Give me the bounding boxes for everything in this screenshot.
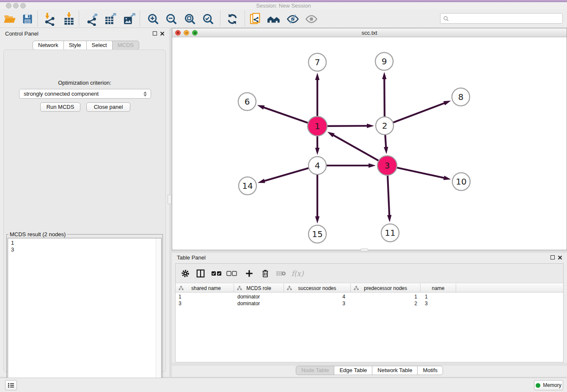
column-flow-icon: [237, 286, 242, 290]
zoom-fit-button[interactable]: [182, 11, 198, 27]
toolbar-separator: [79, 11, 79, 26]
graph-edge-arrowhead: [367, 124, 374, 128]
show-columns-button[interactable]: [194, 267, 207, 280]
graph: 7968124314101511: [172, 38, 567, 250]
graph-edge-arrowhead: [443, 176, 451, 180]
column-header-predecessor-nodes[interactable]: predecessor nodes: [351, 284, 421, 293]
tab-edge-table[interactable]: Edge Table: [334, 366, 372, 375]
import-table-button[interactable]: [61, 11, 77, 27]
mcds-result-textarea[interactable]: 1 3: [8, 238, 162, 389]
optimization-criterion-label: Optimization criterion:: [4, 80, 165, 86]
close-panel-icon[interactable]: [160, 31, 165, 36]
export-network-icon: [85, 12, 99, 26]
cell-mcds-role: dominator: [234, 293, 284, 300]
export-table-button[interactable]: [103, 11, 118, 27]
tab-motifs[interactable]: Motifs: [417, 366, 443, 375]
cell-shared-name: 3: [176, 300, 234, 307]
toolbar-separator: [37, 11, 38, 26]
memory-status-dot: [536, 383, 540, 388]
control-panel-tabs: Network Style Select MCDS: [33, 41, 139, 50]
home-view-button[interactable]: [267, 11, 282, 27]
graph-edge[interactable]: [385, 103, 445, 126]
open-session-button[interactable]: [2, 11, 17, 27]
show-graphics-button[interactable]: [304, 11, 319, 27]
tab-node-table[interactable]: Node Table: [296, 366, 335, 375]
tab-select[interactable]: Select: [86, 41, 113, 50]
delete-column-button[interactable]: [259, 267, 272, 280]
column-label: shared name: [191, 285, 221, 291]
network-view-window: scc.txt 7968124314101511: [172, 28, 567, 250]
float-panel-icon[interactable]: [153, 31, 157, 36]
homes-icon: [267, 13, 281, 25]
search-input[interactable]: [449, 14, 562, 23]
result-line: 3: [8, 246, 161, 253]
titlebar: Session: New Session: [0, 2, 567, 9]
cell-shared-name: 1: [176, 293, 234, 300]
import-network-button[interactable]: [42, 11, 57, 27]
tab-network[interactable]: Network: [33, 41, 64, 50]
unchecked-boxes-icon: [226, 271, 237, 276]
checked-boxes-icon: [211, 271, 222, 276]
network-file-icon: [249, 12, 262, 26]
save-icon: [22, 13, 33, 25]
result-scrollbar[interactable]: [156, 238, 161, 388]
select-all-button[interactable]: [210, 267, 223, 280]
tab-network-table[interactable]: Network Table: [372, 366, 418, 375]
export-network-button[interactable]: [85, 11, 100, 27]
refresh-button[interactable]: [225, 11, 240, 27]
network-window-titlebar[interactable]: scc.txt: [172, 28, 567, 37]
criterion-dropdown[interactable]: strongly connected component: [19, 89, 151, 99]
close-panel-button[interactable]: Close panel: [86, 102, 130, 112]
zoom-out-button[interactable]: [164, 11, 179, 27]
hide-graphics-button[interactable]: [285, 11, 300, 27]
columns-icon: [196, 269, 205, 278]
tab-mcds[interactable]: MCDS: [112, 41, 139, 50]
column-header-shared-name[interactable]: shared name: [176, 284, 234, 293]
graph-edge-arrowhead: [387, 215, 391, 222]
close-panel-icon[interactable]: [558, 255, 562, 260]
function-builder-button[interactable]: f(x): [291, 267, 304, 280]
graph-edge-arrowhead: [315, 148, 319, 155]
graph-node-label: 2: [382, 121, 388, 131]
mcds-result-group: MCDS result (2 nodes) 1 3: [6, 234, 163, 392]
graph-edge-arrowhead: [315, 73, 319, 80]
add-column-button[interactable]: [242, 267, 256, 280]
zoom-in-button[interactable]: [146, 11, 161, 27]
column-header-successor-nodes[interactable]: successor nodes: [284, 284, 351, 293]
memory-label: Memory: [543, 382, 561, 388]
zoom-selected-button[interactable]: [201, 11, 216, 27]
table-row[interactable]: 1 dominator 4 1 1: [176, 293, 563, 300]
export-image-button[interactable]: [121, 11, 137, 27]
save-session-button[interactable]: [20, 11, 35, 27]
float-panel-icon[interactable]: [550, 255, 555, 259]
node-table-container: f(x) shared name: [175, 263, 564, 362]
graph-edge-arrowhead: [315, 216, 319, 224]
column-label: successor nodes: [298, 285, 336, 291]
vertical-splitter-handle[interactable]: [168, 195, 171, 204]
deselect-all-button[interactable]: [225, 267, 239, 280]
app-window: Session: New Session: [0, 0, 567, 392]
status-bar: Memory: [0, 378, 567, 392]
cell-predecessor-nodes: 1: [351, 293, 421, 300]
memory-button[interactable]: Memory: [534, 380, 563, 390]
column-header-mcds-role[interactable]: MCDS role: [234, 284, 284, 293]
network-file-button[interactable]: [248, 11, 263, 27]
run-mcds-button[interactable]: Run MCDS: [40, 102, 80, 112]
column-header-name[interactable]: name: [421, 284, 456, 293]
horizontal-splitter-handle[interactable]: [361, 248, 368, 251]
column-label: predecessor nodes: [364, 285, 407, 291]
list-icon: [8, 382, 14, 388]
graph-node-label: 15: [312, 229, 322, 239]
mcds-tab-content: Optimization criterion: strongly connect…: [3, 50, 166, 372]
table-row[interactable]: 3 dominator 3 2 3: [176, 300, 563, 307]
tab-style[interactable]: Style: [63, 41, 87, 50]
import-table-icon: [62, 12, 76, 26]
export-table-icon: [104, 12, 117, 26]
search-field[interactable]: [440, 13, 563, 24]
task-history-button[interactable]: [5, 380, 17, 390]
delete-table-button[interactable]: [274, 267, 288, 280]
table-settings-button[interactable]: [179, 267, 192, 280]
network-canvas[interactable]: 7968124314101511: [172, 38, 567, 250]
column-flow-icon: [287, 286, 292, 290]
table-header-row: shared name MCDS role successor nodes: [176, 284, 563, 293]
